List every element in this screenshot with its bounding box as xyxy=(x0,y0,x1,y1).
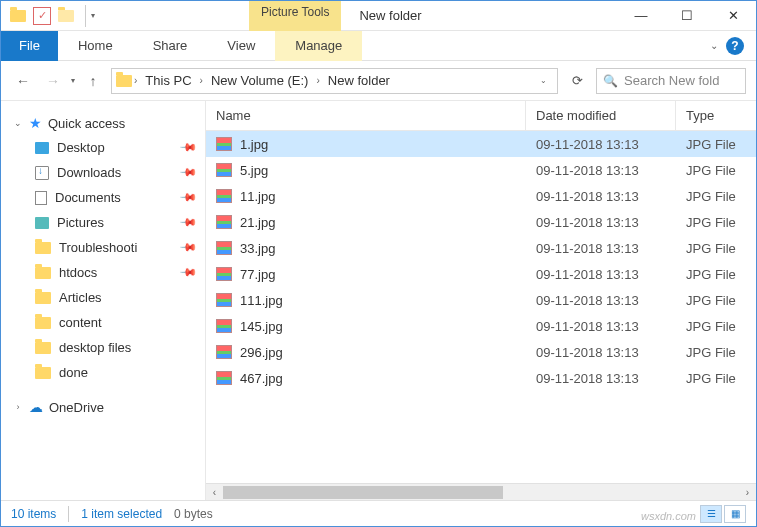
ribbon-tab-manage[interactable]: Manage xyxy=(275,31,362,61)
ribbon-tab-home[interactable]: Home xyxy=(58,31,133,61)
sidebar-item-desktop-files[interactable]: desktop files xyxy=(1,335,205,360)
file-rows[interactable]: 1.jpg 09-11-2018 13:13 JPG File5.jpg 09-… xyxy=(206,131,756,483)
file-row[interactable]: 21.jpg 09-11-2018 13:13 JPG File xyxy=(206,209,756,235)
desktop-icon xyxy=(35,142,49,154)
folder-icon xyxy=(35,342,51,354)
address-bar[interactable]: › This PC › New Volume (E:) › New folder… xyxy=(111,68,558,94)
file-row[interactable]: 33.jpg 09-11-2018 13:13 JPG File xyxy=(206,235,756,261)
file-row[interactable]: 145.jpg 09-11-2018 13:13 JPG File xyxy=(206,313,756,339)
file-type: JPG File xyxy=(676,163,756,178)
scroll-left-icon[interactable]: ‹ xyxy=(206,484,223,500)
image-icon xyxy=(216,215,232,229)
breadcrumb-folder[interactable]: New folder xyxy=(322,73,396,88)
image-icon xyxy=(216,267,232,281)
file-type: JPG File xyxy=(676,241,756,256)
file-row[interactable]: 1.jpg 09-11-2018 13:13 JPG File xyxy=(206,131,756,157)
pin-icon: 📌 xyxy=(178,213,197,232)
column-type[interactable]: Type xyxy=(676,101,756,130)
properties-icon[interactable]: ✓ xyxy=(33,7,51,25)
ribbon-tab-share[interactable]: Share xyxy=(133,31,208,61)
file-row[interactable]: 467.jpg 09-11-2018 13:13 JPG File xyxy=(206,365,756,391)
back-button[interactable]: ← xyxy=(11,69,35,93)
file-date: 09-11-2018 13:13 xyxy=(526,345,676,360)
window-title: New folder xyxy=(359,8,421,23)
maximize-button[interactable]: ☐ xyxy=(664,1,710,31)
file-type: JPG File xyxy=(676,319,756,334)
file-name: 111.jpg xyxy=(240,293,283,308)
scroll-right-icon[interactable]: › xyxy=(739,484,756,500)
column-name[interactable]: Name xyxy=(206,101,526,130)
history-dropdown-icon[interactable]: ▾ xyxy=(71,76,75,85)
context-tab-group: Picture Tools xyxy=(249,1,341,31)
sidebar-item-content[interactable]: content xyxy=(1,310,205,335)
breadcrumb-this-pc[interactable]: This PC xyxy=(139,73,197,88)
collapse-icon[interactable]: ⌄ xyxy=(13,118,23,128)
chevron-right-icon[interactable]: › xyxy=(200,75,203,86)
forward-button[interactable]: → xyxy=(41,69,65,93)
file-date: 09-11-2018 13:13 xyxy=(526,241,676,256)
file-type: JPG File xyxy=(676,137,756,152)
sidebar-item-label: Pictures xyxy=(57,215,104,230)
column-date[interactable]: Date modified xyxy=(526,101,676,130)
explorer-icon[interactable] xyxy=(9,7,27,25)
search-input[interactable]: 🔍 Search New fold xyxy=(596,68,746,94)
ribbon-file-tab[interactable]: File xyxy=(1,31,58,61)
sidebar-item-downloads[interactable]: Downloads 📌 xyxy=(1,160,205,185)
file-date: 09-11-2018 13:13 xyxy=(526,215,676,230)
sidebar-item-documents[interactable]: Documents 📌 xyxy=(1,185,205,210)
scroll-thumb[interactable] xyxy=(223,486,503,499)
close-button[interactable]: ✕ xyxy=(710,1,756,31)
sidebar-item-done[interactable]: done xyxy=(1,360,205,385)
breadcrumb-volume[interactable]: New Volume (E:) xyxy=(205,73,315,88)
onedrive-icon: ☁ xyxy=(29,399,43,415)
file-type: JPG File xyxy=(676,215,756,230)
sidebar-item-troubleshooti[interactable]: Troubleshooti 📌 xyxy=(1,235,205,260)
new-folder-icon[interactable] xyxy=(57,7,75,25)
sidebar-item-label: Troubleshooti xyxy=(59,240,137,255)
thumbnails-view-button[interactable]: ▦ xyxy=(724,505,746,523)
expand-icon[interactable]: › xyxy=(13,402,23,412)
up-button[interactable]: ↑ xyxy=(81,69,105,93)
sidebar-item-label: content xyxy=(59,315,102,330)
quick-access-header[interactable]: ⌄ ★ Quick access xyxy=(1,111,205,135)
chevron-right-icon[interactable]: › xyxy=(316,75,319,86)
file-row[interactable]: 77.jpg 09-11-2018 13:13 JPG File xyxy=(206,261,756,287)
sidebar-item-articles[interactable]: Articles xyxy=(1,285,205,310)
ribbon-expand-icon[interactable]: ⌄ xyxy=(710,40,718,51)
sidebar-item-label: desktop files xyxy=(59,340,131,355)
file-row[interactable]: 111.jpg 09-11-2018 13:13 JPG File xyxy=(206,287,756,313)
ribbon-tab-view[interactable]: View xyxy=(207,31,275,61)
pin-icon: 📌 xyxy=(178,238,197,257)
search-icon: 🔍 xyxy=(603,74,618,88)
file-type: JPG File xyxy=(676,267,756,282)
status-count: 10 items xyxy=(11,507,56,521)
file-name: 5.jpg xyxy=(240,163,268,178)
minimize-button[interactable]: — xyxy=(618,1,664,31)
onedrive-label: OneDrive xyxy=(49,400,104,415)
qat-dropdown-icon[interactable]: ▾ xyxy=(85,5,99,27)
sidebar-item-htdocs[interactable]: htdocs 📌 xyxy=(1,260,205,285)
file-row[interactable]: 11.jpg 09-11-2018 13:13 JPG File xyxy=(206,183,756,209)
file-name: 1.jpg xyxy=(240,137,268,152)
sidebar-item-desktop[interactable]: Desktop 📌 xyxy=(1,135,205,160)
file-date: 09-11-2018 13:13 xyxy=(526,163,676,178)
horizontal-scrollbar[interactable]: ‹ › xyxy=(206,483,756,500)
quick-access-label: Quick access xyxy=(48,116,125,131)
file-name: 296.jpg xyxy=(240,345,283,360)
chevron-right-icon[interactable]: › xyxy=(134,75,137,86)
sidebar-item-label: done xyxy=(59,365,88,380)
image-icon xyxy=(216,345,232,359)
onedrive-header[interactable]: › ☁ OneDrive xyxy=(1,395,205,419)
file-row[interactable]: 296.jpg 09-11-2018 13:13 JPG File xyxy=(206,339,756,365)
address-dropdown-icon[interactable]: ⌄ xyxy=(534,76,553,85)
sidebar-item-label: Downloads xyxy=(57,165,121,180)
help-button[interactable]: ? xyxy=(726,37,744,55)
image-icon xyxy=(216,319,232,333)
refresh-button[interactable]: ⟳ xyxy=(564,68,590,94)
sidebar-item-pictures[interactable]: Pictures 📌 xyxy=(1,210,205,235)
file-row[interactable]: 5.jpg 09-11-2018 13:13 JPG File xyxy=(206,157,756,183)
pin-icon: 📌 xyxy=(178,163,197,182)
search-placeholder: Search New fold xyxy=(624,73,719,88)
details-view-button[interactable]: ☰ xyxy=(700,505,722,523)
sidebar-item-label: Documents xyxy=(55,190,121,205)
